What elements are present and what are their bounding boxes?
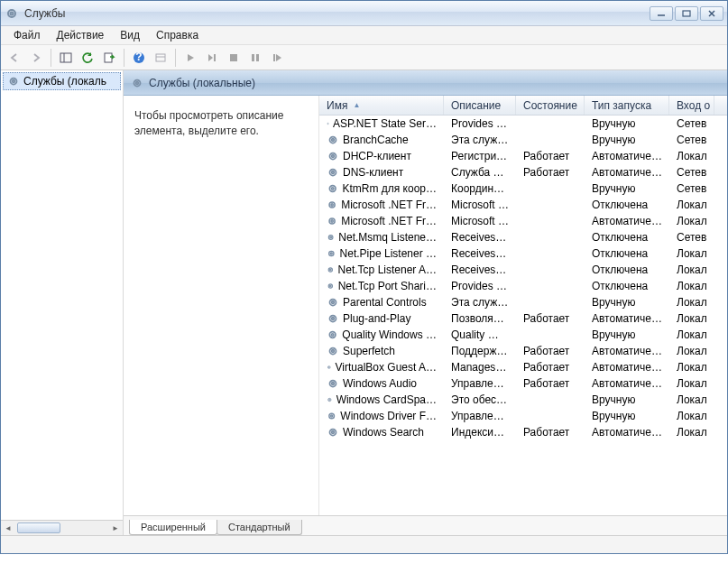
- pause-service-button[interactable]: [245, 48, 265, 68]
- services-app-icon: [5, 6, 19, 21]
- help-button[interactable]: ?: [129, 48, 149, 68]
- forward-button[interactable]: [26, 48, 46, 68]
- main-body: Чтобы просмотреть описание элемента, выд…: [124, 96, 727, 515]
- cell-description: Управлен…: [444, 377, 516, 390]
- cell-name: Microsoft .NET Fr…: [319, 199, 444, 211]
- minimize-button[interactable]: [650, 6, 673, 21]
- scroll-right-arrow[interactable]: ►: [108, 521, 123, 535]
- service-row[interactable]: Net.Tcp Port Shari…Provides a…ОтключенаЛ…: [319, 278, 727, 294]
- svg-rect-11: [156, 54, 165, 61]
- svg-point-58: [329, 413, 335, 419]
- service-row-icon: [327, 410, 336, 422]
- service-row[interactable]: Microsoft .NET Fr…Microsoft …ОтключенаЛо…: [319, 197, 727, 213]
- menu-file[interactable]: Файл: [6, 27, 48, 43]
- stop-service-button[interactable]: [224, 48, 244, 68]
- svg-point-19: [13, 80, 15, 83]
- service-row[interactable]: Plug-and-PlayПозволяет…РаботаетАвтоматич…: [319, 310, 727, 327]
- service-row[interactable]: Windows SearchИндексир…РаботаетАвтоматич…: [319, 424, 727, 440]
- service-row-icon: [327, 134, 339, 146]
- svg-point-38: [329, 251, 334, 255]
- properties-button[interactable]: [151, 48, 170, 68]
- svg-point-1: [11, 12, 14, 14]
- column-startup-type[interactable]: Тип запуска: [585, 96, 669, 115]
- menu-help[interactable]: Справка: [149, 27, 206, 43]
- service-row[interactable]: DNS-клиентСлужба D…РаботаетАвтоматиче…Се…: [319, 164, 727, 180]
- cell-name: Net.Msmq Listene…: [319, 231, 444, 244]
- service-row[interactable]: DHCP-клиентРегистрир…РаботаетАвтоматиче……: [319, 148, 727, 164]
- menu-view[interactable]: Вид: [113, 27, 147, 43]
- cell-logon: Сетев: [669, 182, 714, 195]
- cell-description: Provides s…: [444, 117, 516, 130]
- export-list-button[interactable]: [99, 48, 119, 68]
- service-row[interactable]: Quality Windows …Quality Wi…ВручнуюЛокал: [319, 327, 727, 343]
- separator: [175, 49, 176, 67]
- tab-standard[interactable]: Стандартный: [217, 520, 302, 535]
- scroll-thumb[interactable]: [17, 522, 60, 533]
- nav-tree-content: Службы (локаль: [1, 70, 123, 520]
- cell-state: Работает: [516, 377, 585, 390]
- service-row[interactable]: VirtualBox Guest A…Manages V…РаботаетАвт…: [319, 359, 727, 375]
- svg-point-32: [329, 202, 335, 208]
- cell-name: KtmRm для коор…: [319, 182, 444, 195]
- service-row[interactable]: SuperfetchПоддержи…РаботаетАвтоматиче…Ло…: [319, 343, 727, 359]
- nav-hscrollbar[interactable]: ◄ ►: [1, 520, 123, 535]
- service-row[interactable]: Parental ControlsЭта служб…ВручнуюЛокал: [319, 294, 727, 310]
- service-row[interactable]: Net.Pipe Listener …Receives a…ОтключенаЛ…: [319, 245, 727, 262]
- service-row[interactable]: Windows Driver F…Управлен…ВручнуюЛокал: [319, 408, 727, 424]
- service-row[interactable]: ASP.NET State Ser…Provides s…ВручнуюСете…: [319, 116, 727, 132]
- service-row[interactable]: Windows CardSpa…Это обесп…ВручнуюЛокал: [319, 392, 727, 408]
- cell-description: Это обесп…: [444, 393, 516, 406]
- svg-point-60: [330, 430, 336, 436]
- cell-name: VirtualBox Guest A…: [319, 361, 444, 374]
- svg-point-49: [331, 334, 333, 336]
- cell-startup-type: Вручную: [585, 117, 669, 130]
- cell-startup-type: Отключена: [585, 231, 669, 244]
- cell-name: Net.Tcp Listener A…: [319, 264, 444, 276]
- service-row[interactable]: Microsoft .NET Fr…Microsoft …Автоматиче……: [319, 213, 727, 229]
- service-row-icon: [327, 328, 338, 341]
- nextstart-service-button[interactable]: [202, 48, 222, 68]
- cell-name: Parental Controls: [319, 296, 444, 309]
- restart-service-button[interactable]: [267, 48, 287, 68]
- close-button[interactable]: [700, 6, 723, 21]
- cell-description: Provides a…: [444, 280, 516, 292]
- cell-startup-type: Автоматиче…: [585, 166, 669, 179]
- column-logon[interactable]: Вход о: [669, 96, 714, 115]
- svg-point-59: [331, 415, 333, 417]
- view-tabs: Расширенный Стандартный: [124, 515, 727, 535]
- svg-point-53: [328, 366, 329, 367]
- service-row[interactable]: Windows AudioУправлен…РаботаетАвтоматиче…: [319, 375, 727, 392]
- service-row-icon: [327, 264, 335, 276]
- show-hide-tree-button[interactable]: [56, 48, 76, 68]
- scroll-left-arrow[interactable]: ◄: [1, 521, 15, 535]
- cell-name: Net.Pipe Listener …: [319, 247, 444, 260]
- cell-name: Windows Audio: [319, 377, 444, 390]
- svg-point-22: [327, 123, 329, 125]
- column-state[interactable]: Состояние: [516, 96, 585, 115]
- cell-startup-type: Вручную: [585, 134, 669, 146]
- cell-logon: Сетев: [669, 166, 714, 179]
- column-description[interactable]: Описание: [444, 96, 516, 115]
- cell-name: Superfetch: [319, 345, 444, 357]
- column-name[interactable]: Имя▲: [319, 96, 444, 115]
- menu-action[interactable]: Действие: [50, 27, 112, 43]
- back-button[interactable]: [5, 48, 24, 68]
- svg-point-25: [332, 139, 335, 142]
- start-service-button[interactable]: [180, 48, 200, 68]
- tab-extended[interactable]: Расширенный: [129, 520, 217, 535]
- cell-startup-type: Вручную: [585, 296, 669, 309]
- cell-name: Windows Driver F…: [319, 410, 444, 422]
- refresh-button[interactable]: [78, 48, 97, 68]
- service-row[interactable]: KtmRm для коор…Координи…ВручнуюСетев: [319, 180, 727, 197]
- service-row[interactable]: Net.Tcp Listener A…Receives a…ОтключенаЛ…: [319, 262, 727, 278]
- maximize-button[interactable]: [675, 6, 698, 21]
- sort-asc-icon: ▲: [353, 101, 360, 109]
- cell-logon: Локал: [669, 345, 714, 357]
- service-row[interactable]: BranchCacheЭта служб…ВручнуюСетев: [319, 132, 727, 148]
- cell-startup-type: Отключена: [585, 264, 669, 276]
- service-row[interactable]: Net.Msmq Listene…Receives a…ОтключенаСет…: [319, 229, 727, 245]
- svg-point-40: [328, 268, 332, 272]
- client-area: Службы (локаль ◄ ► Службы (локальные) Чт…: [1, 70, 727, 535]
- cell-startup-type: Автоматиче…: [585, 361, 669, 374]
- tree-node-services-local[interactable]: Службы (локаль: [3, 72, 121, 90]
